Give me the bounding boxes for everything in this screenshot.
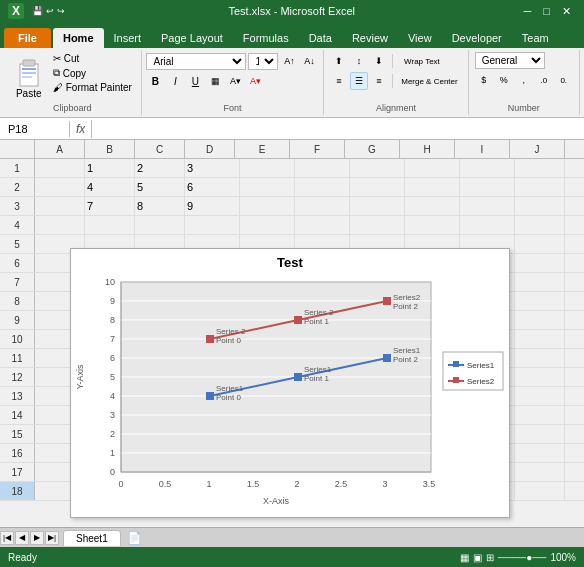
table-cell[interactable] xyxy=(515,368,565,386)
table-cell[interactable] xyxy=(240,197,295,215)
table-cell[interactable] xyxy=(240,178,295,196)
format-painter-button[interactable]: 🖌 Format Painter xyxy=(50,81,135,94)
table-cell[interactable]: 3 xyxy=(185,159,240,177)
increase-decimal-btn[interactable]: .0 xyxy=(535,71,553,89)
paste-button[interactable]: Paste xyxy=(10,52,48,101)
fill-color-btn[interactable]: A▾ xyxy=(226,72,244,90)
align-middle-btn[interactable]: ↕ xyxy=(350,52,368,70)
table-cell[interactable] xyxy=(85,216,135,234)
tab-formulas[interactable]: Formulas xyxy=(233,28,299,48)
table-cell[interactable] xyxy=(405,216,460,234)
table-cell[interactable] xyxy=(35,197,85,215)
table-cell[interactable] xyxy=(460,197,515,215)
insert-sheet-btn[interactable]: 📄 xyxy=(127,531,142,545)
tab-data[interactable]: Data xyxy=(299,28,342,48)
sheet-nav-last[interactable]: ▶| xyxy=(45,531,59,545)
maximize-btn[interactable]: □ xyxy=(538,5,555,18)
table-cell[interactable] xyxy=(295,197,350,215)
align-center-btn[interactable]: ☰ xyxy=(350,72,368,90)
table-cell[interactable] xyxy=(515,463,565,481)
decrease-decimal-btn[interactable]: 0. xyxy=(555,71,573,89)
table-cell[interactable] xyxy=(565,311,584,329)
table-cell[interactable] xyxy=(565,425,584,443)
table-cell[interactable] xyxy=(405,178,460,196)
merge-center-btn[interactable]: Merge & Center xyxy=(397,72,462,90)
table-cell[interactable] xyxy=(350,178,405,196)
italic-btn[interactable]: I xyxy=(166,72,184,90)
tab-home[interactable]: Home xyxy=(53,28,104,48)
cell-reference-box[interactable]: P18 xyxy=(0,121,70,137)
tab-page-layout[interactable]: Page Layout xyxy=(151,28,233,48)
view-preview-btn[interactable]: ⊞ xyxy=(486,552,494,563)
font-color-btn[interactable]: A▾ xyxy=(246,72,264,90)
view-normal-btn[interactable]: ▦ xyxy=(460,552,469,563)
col-header-d[interactable]: D xyxy=(185,140,235,158)
table-cell[interactable] xyxy=(515,406,565,424)
table-cell[interactable]: 6 xyxy=(185,178,240,196)
table-cell[interactable] xyxy=(565,216,584,234)
chart-container[interactable]: Test 0 1 2 3 4 5 6 7 8 9 10 xyxy=(70,248,510,518)
table-cell[interactable]: 4 xyxy=(85,178,135,196)
align-top-btn[interactable]: ⬆ xyxy=(330,52,348,70)
table-cell[interactable]: 5 xyxy=(135,178,185,196)
font-size-select[interactable]: 10 xyxy=(248,53,278,70)
border-btn[interactable]: ▦ xyxy=(206,72,224,90)
table-cell[interactable]: 8 xyxy=(135,197,185,215)
font-shrink-btn[interactable]: A↓ xyxy=(300,52,318,70)
table-cell[interactable] xyxy=(35,178,85,196)
table-cell[interactable] xyxy=(135,216,185,234)
table-cell[interactable] xyxy=(240,159,295,177)
font-grow-btn[interactable]: A↑ xyxy=(280,52,298,70)
table-cell[interactable] xyxy=(460,216,515,234)
align-bottom-btn[interactable]: ⬇ xyxy=(370,52,388,70)
table-cell[interactable]: 2 xyxy=(135,159,185,177)
col-header-h[interactable]: H xyxy=(400,140,455,158)
align-right-btn[interactable]: ≡ xyxy=(370,72,388,90)
col-header-g[interactable]: G xyxy=(345,140,400,158)
table-cell[interactable] xyxy=(565,330,584,348)
table-cell[interactable] xyxy=(565,406,584,424)
sheet-nav-first[interactable]: |◀ xyxy=(0,531,14,545)
table-cell[interactable]: 7 xyxy=(85,197,135,215)
table-cell[interactable] xyxy=(405,159,460,177)
sheet-nav-prev[interactable]: ◀ xyxy=(15,531,29,545)
col-header-c[interactable]: C xyxy=(135,140,185,158)
table-cell[interactable] xyxy=(515,235,565,253)
tab-insert[interactable]: Insert xyxy=(104,28,152,48)
table-cell[interactable] xyxy=(240,216,295,234)
tab-review[interactable]: Review xyxy=(342,28,398,48)
table-cell[interactable] xyxy=(515,216,565,234)
table-cell[interactable] xyxy=(515,197,565,215)
table-cell[interactable] xyxy=(350,216,405,234)
table-cell[interactable] xyxy=(515,425,565,443)
table-cell[interactable]: 1 xyxy=(85,159,135,177)
col-header-a[interactable]: A xyxy=(35,140,85,158)
col-header-k[interactable]: K xyxy=(565,140,584,158)
col-header-e[interactable]: E xyxy=(235,140,290,158)
table-cell[interactable] xyxy=(565,254,584,272)
col-header-f[interactable]: F xyxy=(290,140,345,158)
close-btn[interactable]: ✕ xyxy=(557,5,576,18)
currency-btn[interactable]: $ xyxy=(475,71,493,89)
tab-developer[interactable]: Developer xyxy=(442,28,512,48)
table-cell[interactable] xyxy=(295,216,350,234)
formula-input[interactable] xyxy=(92,121,584,137)
table-cell[interactable] xyxy=(405,197,460,215)
table-cell[interactable] xyxy=(565,463,584,481)
cut-button[interactable]: ✂ Cut xyxy=(50,52,135,65)
table-cell[interactable] xyxy=(185,216,240,234)
table-cell[interactable] xyxy=(515,178,565,196)
table-cell[interactable] xyxy=(35,159,85,177)
table-cell[interactable] xyxy=(460,178,515,196)
table-cell[interactable] xyxy=(350,197,405,215)
table-cell[interactable] xyxy=(515,254,565,272)
save-icon[interactable]: 💾 xyxy=(32,6,43,16)
font-name-select[interactable]: Arial xyxy=(146,53,246,70)
comma-btn[interactable]: , xyxy=(515,71,533,89)
table-cell[interactable] xyxy=(515,292,565,310)
table-cell[interactable] xyxy=(515,482,565,500)
table-cell[interactable] xyxy=(35,216,85,234)
tab-view[interactable]: View xyxy=(398,28,442,48)
table-cell[interactable] xyxy=(565,349,584,367)
table-cell[interactable] xyxy=(565,368,584,386)
